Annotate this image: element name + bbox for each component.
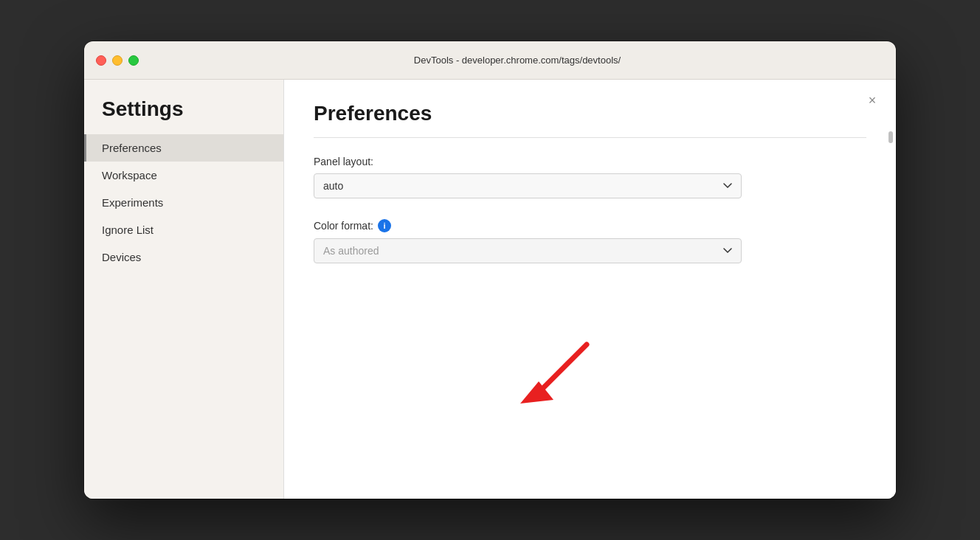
color-format-section: Color format: i — [314, 219, 866, 263]
sidebar-item-preferences[interactable]: Preferences — [84, 134, 283, 162]
window-title: DevTools - developer.chrome.com/tags/dev… — [151, 55, 884, 66]
panel-layout-label: Panel layout: — [314, 156, 866, 167]
title-bar: DevTools - developer.chrome.com/tags/dev… — [84, 41, 896, 80]
scrollbar-thumb — [888, 131, 893, 143]
sidebar-item-devices[interactable]: Devices — [84, 243, 283, 271]
content-panel: × Preferences Panel layout: auto horizon… — [283, 80, 896, 499]
color-format-label: Color format: i — [314, 219, 866, 232]
svg-line-0 — [535, 345, 587, 396]
panel-layout-section: Panel layout: auto horizontal vertical — [314, 156, 866, 198]
close-traffic-light[interactable] — [96, 55, 106, 66]
panel-layout-select[interactable]: auto horizontal vertical — [314, 173, 742, 198]
red-arrow-annotation — [505, 330, 609, 421]
sidebar-item-ignore-list[interactable]: Ignore List — [84, 216, 283, 243]
scrollbar-track[interactable] — [888, 131, 893, 491]
maximize-traffic-light[interactable] — [128, 55, 139, 66]
devtools-window: DevTools - developer.chrome.com/tags/dev… — [84, 41, 896, 499]
sidebar-item-experiments[interactable]: Experiments — [84, 189, 283, 216]
sidebar-heading: Settings — [84, 97, 283, 121]
color-format-select[interactable]: As authored HEX RGB HSL — [314, 238, 742, 263]
content-heading: Preferences — [314, 102, 866, 138]
sidebar-item-workspace[interactable]: Workspace — [84, 162, 283, 189]
sidebar: Settings Preferences Workspace Experimen… — [84, 80, 283, 499]
minimize-traffic-light[interactable] — [112, 55, 122, 66]
color-format-info-icon[interactable]: i — [378, 219, 391, 232]
traffic-lights — [96, 55, 139, 66]
sidebar-nav: Preferences Workspace Experiments Ignore… — [84, 134, 283, 271]
svg-marker-1 — [520, 381, 553, 404]
window-body: Settings Preferences Workspace Experimen… — [84, 80, 896, 499]
close-button[interactable]: × — [863, 91, 881, 109]
